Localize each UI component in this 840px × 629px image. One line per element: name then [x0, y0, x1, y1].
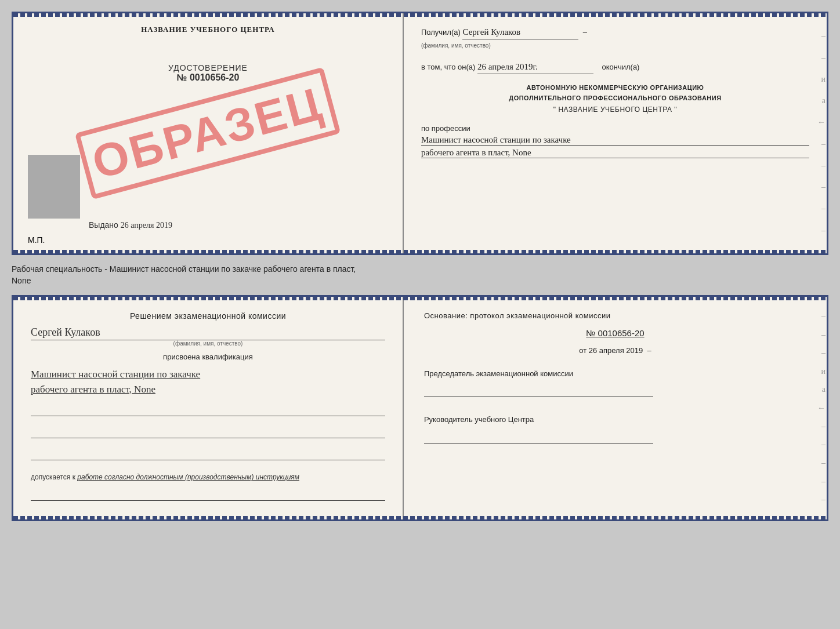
poluchil-row: Получил(а) Сергей Кулаков – (фамилия, им…: [421, 25, 809, 52]
top-doc-left: НАЗВАНИЕ УЧЕБНОГО ЦЕНТРА ОБРАЗЕЦ УДОСТОВ…: [13, 13, 404, 253]
okonchil-label: окончил(а): [602, 63, 639, 71]
qualification-block: Машинист насосной станции по закачке раб…: [31, 367, 385, 397]
predsedatel-signature-line: [424, 383, 653, 397]
vtom-row: в том, что он(а) 26 апреля 2019г. окончи…: [421, 60, 809, 74]
blank-line-1: [31, 405, 385, 416]
bottom-margin-lines: – – – и а ← – – – – –: [816, 297, 827, 519]
blank-line-4: [31, 489, 385, 501]
vydano-line: Выдано 26 апреля 2019: [89, 220, 172, 230]
between-caption: Рабочая специальность - Машинист насосно…: [12, 261, 828, 289]
rukovoditel-title: Руководитель учебного Центра: [424, 415, 806, 425]
predsedatel-block: Председатель экзаменационной комиссии: [424, 369, 806, 401]
org-block: АВТОНОМНУЮ НЕКОММЕРЧЕСКУЮ ОРГАНИЗАЦИЮ ДО…: [421, 82, 809, 116]
qualification-line2: рабочего агента в пласт, None: [31, 382, 385, 397]
bottom-doc-right: Основание: протокол экзаменационной коми…: [404, 297, 827, 519]
vydano-prefix: Выдано: [89, 220, 118, 230]
protocol-number: № 0010656-20: [424, 328, 806, 338]
vydano-date: 26 апреля 2019: [121, 221, 172, 230]
top-doc-right: Получил(а) Сергей Кулаков – (фамилия, им…: [404, 13, 827, 253]
bottom-doc-left: Решением экзаменационной комиссии Сергей…: [13, 297, 404, 519]
margin-lines: – – и а ← – – – – –: [816, 13, 827, 253]
rukovoditel-block: Руководитель учебного Центра: [424, 415, 806, 446]
rukovoditel-signature-line: [424, 429, 653, 443]
dopuskaetsya-text: работе согласно должностным (производств…: [77, 473, 299, 481]
org-line1: АВТОНОМНУЮ НЕКОММЕРЧЕСКУЮ ОРГАНИЗАЦИЮ: [421, 82, 809, 93]
komissia-name-sublabel: (фамилия, имя, отчество): [31, 340, 385, 347]
komissia-name: Сергей Кулаков: [31, 326, 385, 340]
between-line1: Рабочая специальность - Машинист насосно…: [12, 264, 828, 275]
komissia-name-block: Сергей Кулаков (фамилия, имя, отчество): [31, 326, 385, 347]
prisvoena-label: присвоена квалификация: [31, 352, 385, 361]
org-line3: " НАЗВАНИЕ УЧЕБНОГО ЦЕНТРА ": [421, 104, 809, 115]
profession-line1: Машинист насосной станции по закачке: [421, 135, 809, 146]
obrazec-stamp: ОБРАЗЕЦ: [75, 67, 341, 200]
dopuskaetsya-block: допускается к работе согласно должностны…: [31, 473, 385, 481]
top-doc-title: НАЗВАНИЕ УЧЕБНОГО ЦЕНТРА: [141, 25, 275, 34]
poluchil-name: Сергей Кулаков: [462, 25, 578, 39]
qualification-line1: Машинист насосной станции по закачке: [31, 367, 385, 382]
between-line2: None: [12, 275, 828, 287]
top-document: НАЗВАНИЕ УЧЕБНОГО ЦЕНТРА ОБРАЗЕЦ УДОСТОВ…: [12, 12, 828, 255]
komissia-title: Решением экзаменационной комиссии: [31, 311, 385, 321]
profession-line2: рабочего агента в пласт, None: [421, 148, 809, 158]
udostoverenie-block: УДОСТОВЕРЕНИЕ № 0010656-20: [168, 63, 248, 83]
blank-line-2: [31, 427, 385, 438]
protocol-date: от 26 апреля 2019 –: [424, 346, 806, 355]
protocol-date-value: 26 апреля 2019: [589, 346, 643, 355]
blank-line-3: [31, 449, 385, 460]
predsedatel-title: Председатель экзаменационной комиссии: [424, 369, 806, 379]
photo-placeholder: [28, 155, 80, 219]
osnovanie-title: Основание: протокол экзаменационной коми…: [424, 311, 806, 320]
dopuskaetsya-prefix: допускается к: [31, 473, 75, 481]
po-professii-row: по профессии Машинист насосной станции п…: [421, 124, 809, 158]
udostoverenie-number: № 0010656-20: [168, 72, 248, 83]
vtom-date: 26 апреля 2019г.: [477, 60, 593, 74]
bottom-document: Решением экзаменационной комиссии Сергей…: [12, 295, 828, 521]
po-professii-label: по профессии: [421, 124, 470, 133]
udostoverenie-label: УДОСТОВЕРЕНИЕ: [168, 63, 248, 72]
poluchil-sublabel: (фамилия, имя, отчество): [421, 42, 491, 49]
protocol-date-prefix: от: [579, 346, 586, 355]
org-line2: ДОПОЛНИТЕЛЬНОГО ПРОФЕССИОНАЛЬНОГО ОБРАЗО…: [421, 93, 809, 104]
vtom-prefix: в том, что он(а): [421, 63, 475, 71]
mp-label: М.П.: [28, 235, 45, 245]
poluchil-prefix: Получил(а): [421, 28, 461, 37]
